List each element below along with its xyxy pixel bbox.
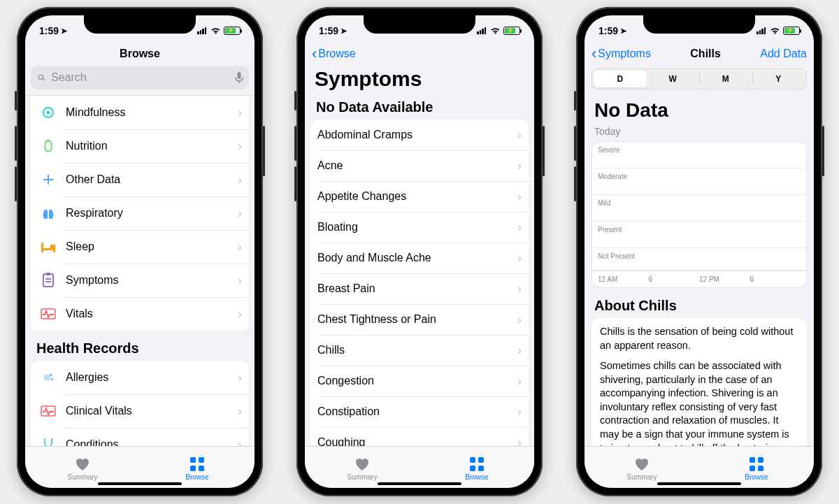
nav-bar: Browse bbox=[25, 42, 254, 96]
search-icon bbox=[36, 73, 47, 83]
search-input[interactable] bbox=[31, 66, 249, 89]
svg-rect-3 bbox=[46, 273, 50, 275]
chevron-right-icon: › bbox=[517, 189, 522, 204]
chevron-right-icon: › bbox=[517, 343, 522, 358]
category-row-symptoms[interactable]: Symptoms › bbox=[31, 264, 249, 297]
about-card: Chills is the sensation of being cold wi… bbox=[591, 318, 807, 446]
location-icon: ➤ bbox=[61, 27, 67, 36]
symptom-row[interactable]: Appetite Changes› bbox=[310, 181, 529, 212]
symptom-row[interactable]: Abdominal Cramps› bbox=[310, 120, 529, 150]
heart-icon bbox=[633, 456, 650, 472]
allergies-icon bbox=[38, 367, 59, 388]
tab-bar: Summary Browse bbox=[305, 446, 534, 488]
row-label: Abdominal Cramps bbox=[317, 129, 517, 141]
svg-rect-10 bbox=[190, 457, 196, 463]
chevron-right-icon: › bbox=[517, 220, 522, 235]
svg-point-1 bbox=[47, 111, 50, 115]
symptom-row[interactable]: Body and Muscle Ache› bbox=[310, 243, 529, 273]
back-button[interactable]: ‹ Browse bbox=[312, 46, 356, 62]
row-label: Congestion bbox=[317, 375, 517, 387]
nav-bar: ‹ Symptoms Chills Add Data D W M Y bbox=[585, 42, 814, 95]
record-row-clinical-vitals[interactable]: Clinical Vitals › bbox=[31, 394, 249, 428]
symptom-row[interactable]: Acne› bbox=[310, 150, 529, 181]
symptom-row[interactable]: Breast Pain› bbox=[310, 273, 529, 304]
mic-icon[interactable] bbox=[235, 72, 243, 83]
time-range-segmented-control[interactable]: D W M Y bbox=[591, 69, 807, 89]
row-label: Conditions bbox=[66, 438, 238, 446]
chevron-right-icon: › bbox=[238, 206, 242, 221]
symptoms-icon bbox=[38, 270, 59, 291]
notch bbox=[643, 15, 755, 34]
segment-day[interactable]: D bbox=[594, 71, 647, 87]
health-records-header: Health Records bbox=[31, 331, 249, 361]
status-time: 1:59 bbox=[39, 25, 59, 36]
row-label: Acne bbox=[317, 159, 517, 172]
row-label: Bloating bbox=[317, 221, 517, 233]
symptom-row[interactable]: Coughing› bbox=[310, 427, 529, 446]
row-label: Vitals bbox=[66, 308, 238, 320]
row-label: Symptoms bbox=[66, 274, 238, 287]
about-header: About Chills bbox=[585, 288, 814, 318]
x-label: 12 PM bbox=[699, 275, 750, 283]
svg-rect-19 bbox=[758, 457, 763, 463]
svg-point-5 bbox=[44, 374, 50, 380]
category-row-mindfulness[interactable]: Mindfulness › bbox=[31, 96, 249, 129]
back-button[interactable]: ‹ Symptoms bbox=[591, 46, 651, 62]
svg-rect-12 bbox=[190, 466, 196, 471]
add-data-button[interactable]: Add Data bbox=[760, 48, 807, 60]
record-row-conditions[interactable]: Conditions › bbox=[31, 428, 249, 446]
category-row-vitals[interactable]: Vitals › bbox=[31, 297, 249, 331]
detail-content: No Data Today Severe Moderate Mild Prese… bbox=[585, 95, 814, 446]
home-indicator[interactable] bbox=[657, 482, 741, 485]
row-label: Chest Tightness or Pain bbox=[317, 313, 517, 326]
chevron-right-icon: › bbox=[517, 128, 522, 143]
row-label: Respiratory bbox=[66, 207, 238, 219]
wifi-icon bbox=[490, 27, 501, 35]
vitals-icon bbox=[38, 303, 59, 324]
category-row-other-data[interactable]: Other Data › bbox=[31, 163, 249, 196]
segment-month[interactable]: M bbox=[699, 71, 752, 87]
nutrition-icon bbox=[38, 136, 59, 157]
svg-rect-20 bbox=[750, 466, 755, 471]
phone-1: 1:59 ➤ ⚡ Browse bbox=[17, 7, 263, 496]
home-indicator[interactable] bbox=[98, 482, 182, 485]
symptoms-list: Abdominal Cramps› Acne› Appetite Changes… bbox=[310, 120, 529, 446]
category-row-respiratory[interactable]: Respiratory › bbox=[31, 196, 249, 230]
svg-rect-17 bbox=[478, 466, 484, 471]
category-row-nutrition[interactable]: Nutrition › bbox=[31, 129, 249, 163]
empty-title: No Data bbox=[585, 95, 814, 126]
symptom-row[interactable]: Chest Tightness or Pain› bbox=[310, 304, 529, 335]
battery-icon: ⚡ bbox=[503, 27, 520, 35]
svg-rect-18 bbox=[750, 457, 755, 463]
chevron-right-icon: › bbox=[517, 312, 522, 327]
sub-label: Today bbox=[585, 126, 814, 141]
row-label: Constipation bbox=[317, 405, 517, 418]
category-row-sleep[interactable]: Sleep › bbox=[31, 230, 249, 264]
back-label: Symptoms bbox=[598, 48, 651, 60]
record-row-allergies[interactable]: Allergies › bbox=[31, 361, 249, 394]
nav-bar: ‹ Browse Symptoms bbox=[305, 42, 534, 95]
chevron-right-icon: › bbox=[238, 106, 242, 120]
notch bbox=[84, 15, 196, 34]
status-time: 1:59 bbox=[598, 25, 618, 36]
row-label: Allergies bbox=[66, 371, 238, 384]
row-label: Coughing bbox=[317, 436, 517, 446]
svg-point-6 bbox=[50, 374, 52, 377]
heart-icon bbox=[74, 456, 91, 472]
home-indicator[interactable] bbox=[378, 482, 461, 485]
row-label: Body and Muscle Ache bbox=[317, 252, 517, 264]
segment-year[interactable]: Y bbox=[752, 71, 805, 87]
chevron-right-icon: › bbox=[238, 404, 242, 419]
symptom-row[interactable]: Congestion› bbox=[310, 366, 529, 396]
y-label: Severe bbox=[592, 142, 806, 168]
symptom-row[interactable]: Constipation› bbox=[310, 396, 529, 427]
tab-label: Browse bbox=[185, 473, 208, 481]
location-icon: ➤ bbox=[620, 27, 626, 36]
symptom-row[interactable]: Bloating› bbox=[310, 212, 529, 243]
conditions-icon bbox=[38, 434, 59, 446]
segment-week[interactable]: W bbox=[647, 71, 700, 87]
symptom-row[interactable]: Chills› bbox=[310, 335, 529, 366]
chevron-right-icon: › bbox=[517, 405, 522, 419]
search-field[interactable] bbox=[51, 71, 235, 84]
grid-icon bbox=[749, 456, 764, 472]
